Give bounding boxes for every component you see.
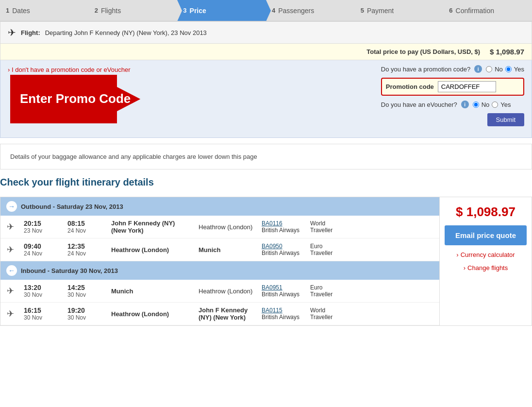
evoucher-yes-radio[interactable] (492, 102, 498, 108)
evoucher-radio-group: No Yes (473, 101, 511, 108)
promo-section: I don't have a promotion code or eVouche… (0, 60, 532, 138)
table-row: ✈ 09:40 24 Nov 12:35 24 Nov Heathrow (Lo… (0, 238, 439, 261)
depart-date: 30 Nov (24, 314, 60, 321)
plane-icon: ✈ (0, 244, 20, 255)
itinerary-title: Check your flight itinerary details (0, 177, 532, 188)
step-passengers[interactable]: 4 Passengers (266, 0, 355, 21)
depart-date: 24 Nov (24, 250, 60, 257)
step-label-dates: Dates (12, 7, 30, 15)
submit-button[interactable]: Submit (487, 113, 524, 126)
step-label-flights: Flights (101, 7, 121, 15)
promo-question-row: Do you have a promotion code? i No Yes (381, 65, 524, 73)
depart-time: 13:20 (24, 284, 60, 291)
have-promo-label: Do you have a promotion code? (381, 66, 470, 73)
arrive-date: 30 Nov (67, 291, 103, 298)
promo-code-input[interactable] (438, 81, 496, 92)
table-row: ✈ 13:20 30 Nov 14:25 30 Nov Munich Heath… (0, 280, 439, 303)
step-label-confirmation: Confirmation (456, 7, 494, 15)
depart-time-col: 16:15 30 Nov (20, 306, 64, 321)
step-num-payment: 5 (361, 7, 364, 14)
flight-header: ✈ Flight: Departing John F Kennedy (NY) … (0, 21, 532, 44)
plane-icon: ✈ (8, 27, 16, 38)
depart-date: 30 Nov (24, 291, 60, 298)
outbound-arrow-icon: → (6, 201, 17, 212)
flight-num-col: BA0115British Airways (258, 307, 306, 321)
arrive-time: 14:25 (67, 284, 103, 291)
step-confirmation[interactable]: 6 Confirmation (443, 0, 532, 21)
flight-num-link[interactable]: BA0115 (262, 307, 283, 314)
from-col: John F Kennedy (NY)(New York) (107, 220, 195, 234)
arrow-text: Enter Promo Code (10, 75, 140, 123)
plane-icon: ✈ (0, 221, 20, 232)
total-price-bar: Total price to pay (US Dollars, USD, $) … (0, 44, 532, 60)
step-dates[interactable]: 1 Dates (0, 0, 89, 21)
depart-time: 09:40 (24, 242, 60, 250)
flight-num-link[interactable]: BA0116 (262, 220, 283, 227)
arrive-time-col: 14:25 30 Nov (64, 284, 107, 298)
flight-table-wrapper: → Outbound - Saturday 23 Nov, 2013 ✈ 20:… (0, 197, 532, 326)
step-flights[interactable]: 2 Flights (89, 0, 178, 21)
flight-table-right: $ 1,098.97 Email price quote Currency ca… (440, 197, 532, 326)
step-label-payment: Payment (367, 7, 394, 15)
arrive-date: 24 Nov (67, 250, 103, 257)
table-row: ✈ 16:15 30 Nov 19:20 30 Nov Heathrow (Lo… (0, 303, 439, 325)
to-col: Heathrow (London) (195, 223, 258, 231)
depart-time-col: 09:40 24 Nov (20, 242, 64, 257)
depart-time-col: 13:20 30 Nov (20, 284, 64, 298)
arrive-time-col: 08:15 24 Nov (64, 220, 107, 234)
inbound-arrow-icon: ← (6, 265, 17, 276)
step-label-price: Price (190, 7, 206, 15)
arrive-time: 12:35 (67, 242, 103, 250)
arrow-annotation: Enter Promo Code (10, 75, 140, 123)
evoucher-yes-label: Yes (500, 101, 511, 108)
class-col: Euro Traveller (306, 243, 350, 256)
class-col: World Traveller (306, 220, 350, 234)
big-price: $ 1,098.97 (456, 204, 515, 220)
flight-table-left: → Outbound - Saturday 23 Nov, 2013 ✈ 20:… (0, 197, 440, 326)
step-num-confirmation: 6 (449, 7, 452, 14)
from-col: Munich (107, 288, 195, 295)
arrive-time-col: 19:20 30 Nov (64, 306, 107, 321)
flight-num-col: BA0951British Airways (258, 284, 306, 298)
currency-calculator-link[interactable]: Currency calculator (456, 251, 515, 258)
outbound-header-label: Outbound - Saturday 23 Nov, 2013 (21, 203, 123, 210)
to-col: John F Kennedy (NY) (New York) (195, 306, 258, 321)
total-price-label: Total price to pay (US Dollars, USD, $) (366, 48, 480, 55)
table-row: ✈ 20:15 23 Nov 08:15 24 Nov John F Kenne… (0, 216, 439, 238)
promo-no-label: No (495, 66, 503, 73)
evoucher-question-row: Do you have an eVoucher? i No Yes (381, 101, 524, 108)
email-quote-button[interactable]: Email price quote (445, 225, 527, 245)
arrive-time: 08:15 (67, 220, 103, 227)
to-col: Munich (195, 246, 258, 254)
evoucher-info-icon[interactable]: i (461, 101, 469, 108)
flight-num-link[interactable]: BA0951 (262, 284, 283, 291)
flight-num-link[interactable]: BA0950 (262, 243, 283, 250)
baggage-text: Details of your baggage allowance and an… (10, 153, 257, 160)
promo-yes-radio[interactable] (505, 66, 512, 72)
flight-num-col: BA0950British Airways (258, 243, 306, 256)
promo-yes-label: Yes (514, 66, 524, 73)
class-col: World Traveller (306, 307, 350, 321)
inbound-section-header: ← Inbound - Saturday 30 Nov, 2013 (0, 261, 439, 280)
promo-no-radio[interactable] (486, 66, 492, 72)
arrive-date: 30 Nov (67, 314, 103, 321)
promo-code-row: Promotion code (381, 78, 524, 96)
evoucher-no-radio[interactable] (473, 102, 479, 108)
step-label-passengers: Passengers (278, 7, 314, 15)
flight-header-detail: Departing John F Kennedy (NY) (New York)… (45, 29, 207, 36)
from-col: Heathrow (London) (107, 246, 195, 254)
depart-date: 23 Nov (24, 227, 60, 234)
plane-icon: ✈ (0, 286, 20, 296)
step-price[interactable]: 3 Price (177, 0, 266, 21)
step-num-dates: 1 (6, 7, 9, 14)
step-payment[interactable]: 5 Payment (355, 0, 444, 21)
flight-num-col: BA0116British Airways (258, 220, 306, 234)
flight-header-text: Flight: (21, 29, 40, 36)
arrive-date: 24 Nov (67, 227, 103, 234)
promo-info-icon[interactable]: i (474, 65, 482, 73)
to-col: Heathrow (London) (195, 288, 258, 295)
progress-bar: 1 Dates 2 Flights 3 Price 4 Passengers 5… (0, 0, 532, 21)
change-flights-link[interactable]: Change flights (464, 264, 508, 271)
depart-time: 16:15 (24, 306, 60, 314)
from-col: Heathrow (London) (107, 310, 195, 318)
